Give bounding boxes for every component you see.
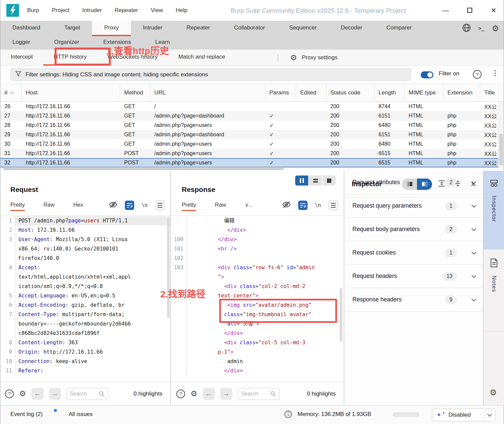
tab-repeater[interactable]: Repeater [174, 21, 222, 36]
column-header-title[interactable]: Title [480, 84, 499, 101]
hide-highlighting-icon[interactable] [109, 201, 117, 210]
browser-globe-icon[interactable] [462, 23, 471, 33]
subtab-match-and-replace[interactable]: Match and replace [168, 50, 236, 66]
column-header-method[interactable]: Method [120, 84, 150, 101]
show-newlines-icon[interactable]: \n [315, 202, 321, 208]
column-header-extension[interactable]: Extension [443, 84, 480, 101]
show-newlines-icon[interactable]: \n [142, 202, 148, 208]
response-scrollbar[interactable] [340, 288, 342, 342]
inspector-section-request-cookies[interactable]: Request cookies1 [345, 241, 483, 265]
menu-help[interactable]: Help [176, 7, 187, 14]
tab-dashboard[interactable]: Dashboard [0, 21, 52, 36]
inspector-section-request-headers[interactable]: Request headers13 [345, 265, 483, 288]
response-settings-icon[interactable]: ⚙ [190, 389, 197, 398]
request-tab-hex[interactable]: Hex [73, 202, 83, 211]
table-row[interactable]: 30http://172.16.11.66GET/admin.php?page=… [0, 139, 504, 149]
column-header-length[interactable]: Length [374, 84, 405, 101]
subtab-intercept[interactable]: Intercept [0, 50, 43, 66]
column-header-edited[interactable]: Edited [296, 84, 326, 101]
column-header-params[interactable]: Params [265, 84, 296, 101]
filter-more-icon[interactable]: ⋮ [492, 69, 499, 77]
word-wrap-icon[interactable] [125, 201, 134, 210]
response-search[interactable] [238, 388, 280, 400]
table-row[interactable]: 31http://172.16.11.66POST/admin.php?page… [0, 149, 504, 158]
settings-gear-icon[interactable]: ⚙ [492, 24, 499, 33]
table-row[interactable]: 32http://172.16.11.66POST/admin.php?page… [0, 158, 504, 167]
word-wrap-icon[interactable] [298, 201, 308, 210]
side-tab-notes[interactable]: Notes [484, 250, 504, 332]
chevron-down-icon[interactable] [472, 203, 476, 207]
ai-dropdown-chevron-icon[interactable] [487, 412, 492, 417]
collapse-all-icon[interactable] [454, 180, 461, 189]
tab-decoder[interactable]: Decoder [329, 21, 374, 36]
chevron-down-icon[interactable] [472, 273, 476, 278]
request-scrollbar[interactable] [167, 218, 170, 318]
response-tab-raw[interactable]: Raw [215, 202, 226, 211]
layout-columns-icon[interactable] [295, 175, 308, 186]
filter-settings-bar[interactable]: Filter settings: Hiding CSS and image co… [10, 68, 411, 81]
request-tab-pretty[interactable]: Pretty [10, 202, 25, 211]
request-editor[interactable]: 1POST /admin.php?page=users HTTP/1.12Hos… [0, 216, 170, 382]
response-prev-icon[interactable]: ← [203, 388, 215, 400]
request-tab-raw[interactable]: Raw [44, 202, 55, 211]
ai-disabled-button[interactable]: ✦✦ Disabled [432, 409, 496, 421]
event-log-tab[interactable]: Event log (2) [10, 411, 43, 418]
table-vertical-scrollbar[interactable] [498, 102, 504, 167]
request-menu-icon[interactable] [155, 200, 165, 210]
chevron-down-icon[interactable] [472, 296, 476, 301]
tab-intruder[interactable]: Intruder [131, 21, 175, 36]
response-help-icon[interactable]: ? [176, 390, 185, 398]
proxy-settings-tab[interactable]: ⚙ Proxy settings [290, 50, 337, 66]
request-settings-icon[interactable]: ⚙ [19, 389, 26, 398]
request-search[interactable] [66, 388, 108, 400]
tab-comparer[interactable]: Comparer [374, 21, 424, 36]
response-next-icon[interactable]: → [220, 388, 232, 400]
response-tab-pretty[interactable]: Pretty [182, 202, 196, 211]
tab-logger[interactable]: Logger [0, 36, 42, 50]
column-header-url[interactable]: URL [150, 84, 265, 101]
table-row[interactable]: 27http://172.16.11.66GET/admin.php?page=… [0, 111, 504, 121]
tab-target[interactable]: Target [52, 21, 92, 36]
filter-help-icon[interactable]: ? [473, 70, 482, 79]
request-search-input[interactable] [70, 391, 97, 397]
column-header-host[interactable]: Host [22, 84, 120, 101]
menu-project[interactable]: Project [52, 7, 70, 14]
menu-repeater[interactable]: Repeater [114, 7, 138, 14]
table-horizontal-scrollbar[interactable] [3, 167, 283, 170]
request-prev-icon[interactable]: ← [31, 388, 44, 400]
filter-toggle[interactable] [421, 71, 433, 78]
inspector-section-response-headers[interactable]: Response headers9 [345, 288, 483, 311]
menu-burp[interactable]: Burp [27, 7, 39, 14]
column-header--[interactable]: # [0, 84, 22, 101]
response-menu-icon[interactable] [328, 200, 338, 210]
inspector-dock-right-icon[interactable] [417, 179, 432, 190]
close-button[interactable]: ✕ [490, 6, 498, 14]
tab-sequencer[interactable]: Sequencer [277, 21, 329, 36]
response-search-input[interactable] [241, 391, 268, 397]
chevron-down-icon[interactable] [472, 226, 476, 231]
table-row[interactable]: 28http://172.16.11.66GET/admin.php?page=… [0, 121, 504, 130]
table-row[interactable]: 26http://172.16.11.66GET/2008744HTMLXX公 [0, 102, 504, 111]
request-help-icon[interactable]: ? [5, 390, 14, 398]
tab-collaborator[interactable]: Collaborator [222, 21, 277, 36]
expand-all-icon[interactable] [438, 180, 445, 189]
menu-intruder[interactable]: Intruder [82, 7, 102, 14]
column-header-mime-type[interactable]: MIME type [405, 84, 443, 101]
hide-highlighting-icon[interactable] [282, 201, 291, 210]
layout-rows-icon[interactable] [309, 175, 322, 186]
terminal-icon[interactable]: >_ [478, 25, 484, 31]
tab-proxy[interactable]: Proxy [92, 21, 131, 36]
maximize-button[interactable] [466, 7, 474, 14]
layout-single-icon[interactable] [323, 175, 336, 186]
side-tab-inspector[interactable]: Inspector [484, 171, 504, 250]
column-header-status-code[interactable]: Status code [326, 84, 374, 101]
request-next-icon[interactable]: → [49, 388, 61, 400]
panel-settings-gear-icon[interactable]: ⚙ [490, 388, 497, 397]
inspector-section-request-body-parameters[interactable]: Request body parameters2 [345, 218, 483, 241]
table-row[interactable]: 29http://172.16.11.66GET/admin.php?page=… [0, 130, 504, 139]
inspector-section-request-query-parameters[interactable]: Request query parameters1 [345, 194, 483, 218]
response-render-dropdown-tab[interactable]: ∨.. [245, 202, 252, 211]
inspector-dock-left-icon[interactable] [402, 179, 417, 190]
all-issues-tab[interactable]: All issues [69, 411, 93, 418]
minimize-button[interactable]: — [441, 7, 449, 14]
